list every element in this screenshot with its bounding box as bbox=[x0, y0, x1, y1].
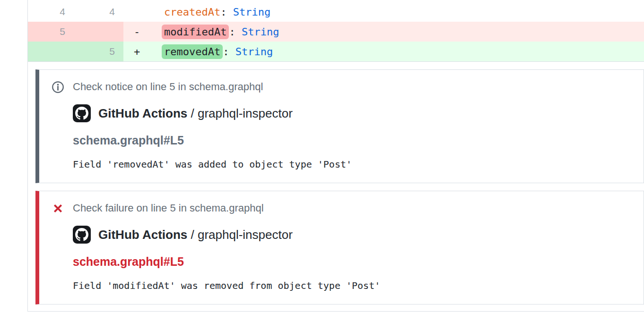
check-app-name: GitHub Actions bbox=[98, 228, 187, 242]
code-field-type: String bbox=[242, 26, 279, 38]
annotation-header-text: Check notice on line 5 in schema.graphql bbox=[73, 80, 263, 94]
annotation-header-row: Check notice on line 5 in schema.graphql bbox=[52, 80, 632, 94]
annotation-message: Field 'modifiedAt' was removed from obje… bbox=[73, 280, 632, 291]
code-line: -modifiedAt: String bbox=[123, 22, 644, 42]
code-separator: : bbox=[223, 46, 235, 58]
check-app-row: GitHub Actions / graphql-inspector bbox=[73, 104, 632, 122]
annotation-body: GitHub Actions / graphql-inspector schem… bbox=[52, 104, 632, 170]
added-word-highlight: removedAt bbox=[162, 44, 223, 59]
annotation-header-row: Check failure on line 5 in schema.graphq… bbox=[52, 201, 632, 215]
check-app-title: GitHub Actions / graphql-inspector bbox=[98, 104, 293, 122]
info-icon bbox=[52, 81, 64, 93]
check-app-tool: / graphql-inspector bbox=[187, 106, 293, 120]
check-app-row: GitHub Actions / graphql-inspector bbox=[73, 226, 632, 244]
code-separator: : bbox=[220, 6, 233, 18]
check-app-name: GitHub Actions bbox=[98, 106, 187, 120]
code-separator: : bbox=[229, 26, 242, 38]
code-field-type: String bbox=[235, 46, 273, 58]
new-line-number[interactable]: 5 bbox=[76, 42, 123, 61]
file-line-link[interactable]: schema.graphql#L5 bbox=[73, 255, 632, 269]
diff-row-deletion: 5 -modifiedAt: String bbox=[28, 22, 644, 42]
new-line-number[interactable]: 4 bbox=[76, 2, 123, 22]
code-line: +removedAt: String bbox=[123, 42, 644, 61]
code-field-type: String bbox=[233, 6, 270, 18]
check-app-title: GitHub Actions / graphql-inspector bbox=[98, 226, 293, 244]
annotation-message: Field 'removedAt' was added to object ty… bbox=[73, 159, 632, 170]
code-field-name: createdAt bbox=[164, 6, 220, 18]
old-line-number[interactable]: 4 bbox=[28, 2, 76, 22]
deleted-word-highlight: modifiedAt bbox=[162, 25, 229, 39]
old-line-number[interactable] bbox=[28, 42, 76, 61]
old-line-number[interactable]: 5 bbox=[28, 22, 76, 42]
check-annotation-failure: Check failure on line 5 in schema.graphq… bbox=[35, 191, 644, 305]
diff-code-section: 4 4 createdAt: String 5 -modifiedAt: Str… bbox=[28, 0, 644, 62]
github-logo-icon bbox=[73, 226, 91, 244]
check-annotation-notice: Check notice on line 5 in schema.graphql… bbox=[35, 69, 644, 183]
code-line: createdAt: String bbox=[123, 2, 644, 22]
diff-row-context: 4 4 createdAt: String bbox=[28, 2, 644, 22]
file-line-link[interactable]: schema.graphql#L5 bbox=[73, 134, 632, 147]
check-app-tool: / graphql-inspector bbox=[187, 228, 293, 242]
diff-sign: + bbox=[134, 46, 164, 58]
annotation-body: GitHub Actions / graphql-inspector schem… bbox=[52, 226, 632, 291]
diff-row-addition: 5 +removedAt: String bbox=[28, 42, 644, 61]
github-logo-icon bbox=[73, 104, 91, 122]
annotation-header-text: Check failure on line 5 in schema.graphq… bbox=[73, 201, 264, 215]
new-line-number[interactable] bbox=[76, 22, 123, 42]
x-icon bbox=[52, 202, 64, 215]
diff-sign: - bbox=[134, 26, 164, 38]
check-annotations-area: Check notice on line 5 in schema.graphql… bbox=[28, 62, 644, 305]
diff-file-container: 4 4 createdAt: String 5 -modifiedAt: Str… bbox=[27, 0, 644, 312]
